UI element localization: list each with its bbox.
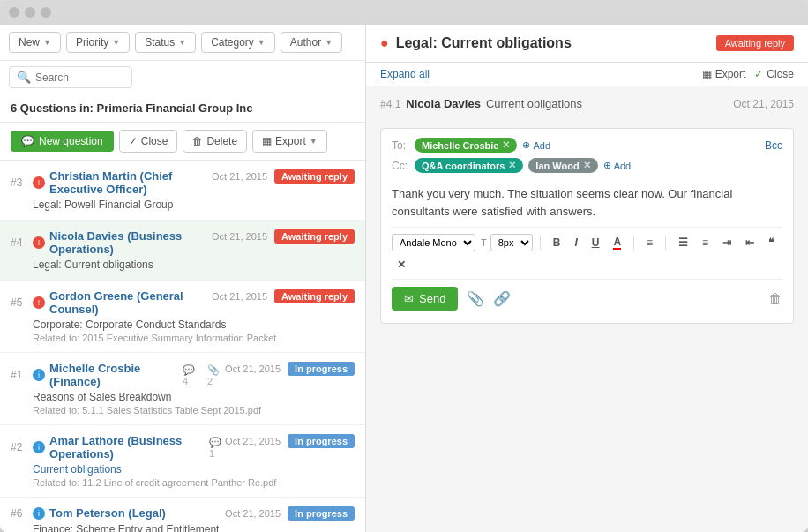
traffic-light-close[interactable] xyxy=(9,7,19,18)
align-btn[interactable]: ≡ xyxy=(641,234,658,251)
send-label: Send xyxy=(419,292,445,305)
link-icon[interactable]: 🔗 xyxy=(493,290,511,307)
status-filter-label: Status xyxy=(145,36,175,49)
status-dot: ! xyxy=(33,296,45,309)
question-num: #1 xyxy=(11,369,28,381)
question-date: Oct 21, 2015 xyxy=(212,171,267,182)
list-item[interactable]: #4 ! Nicola Davies (Business Operations)… xyxy=(0,221,365,281)
font-select[interactable]: Andale Mono xyxy=(392,234,475,251)
search-bar: 🔍 xyxy=(0,61,365,94)
outdent-btn[interactable]: ⇤ xyxy=(740,234,759,251)
to-add-btn[interactable]: ⊕ Add xyxy=(522,139,550,151)
font-color-btn[interactable]: A xyxy=(608,233,626,252)
to-tag: Michelle Crosbie ✕ xyxy=(415,138,517,153)
priority-filter-label: Priority xyxy=(76,36,108,49)
question-subject: Corporate: Corporate Conduct Standards xyxy=(33,318,355,331)
unordered-list-btn[interactable]: ≡ xyxy=(697,234,714,251)
italic-btn[interactable]: I xyxy=(569,234,582,251)
question-icons: 💬 4 📎 2 xyxy=(183,364,225,386)
bcc-link[interactable]: Bcc xyxy=(765,139,782,152)
question-meta: #4 ! Nicola Davies (Business Operations) xyxy=(11,229,212,256)
search-input[interactable] xyxy=(35,71,123,84)
new-filter-arrow: ▼ xyxy=(43,38,51,47)
alert-icon: ● xyxy=(380,35,389,51)
author-filter-btn[interactable]: Author ▼ xyxy=(281,32,342,53)
new-question-button[interactable]: 💬 New question xyxy=(11,131,114,152)
attach-area: 📎 🔗 xyxy=(467,290,511,307)
indent-btn[interactable]: ⇥ xyxy=(717,234,737,251)
question-meta: #5 ! Gordon Greene (General Counsel) xyxy=(11,289,212,316)
chat-icon: 💬 xyxy=(21,135,34,147)
right-actions: Awaiting reply xyxy=(716,35,794,51)
question-subject: Legal: Current obligations xyxy=(33,259,355,271)
export-toolbar-btn[interactable]: ▦ Export xyxy=(702,68,746,80)
priority-filter-btn[interactable]: Priority ▼ xyxy=(66,32,130,53)
question-date: Oct 21, 2015 xyxy=(225,508,281,519)
question-meta: #1 i Michelle Crosbie (Finance) 💬 4 📎 2 xyxy=(11,362,225,388)
question-related: Related to: 5.1.1 Sales Statistics Table… xyxy=(33,405,355,416)
cc-remove-icon-1[interactable]: ✕ xyxy=(508,160,516,171)
category-filter-btn[interactable]: Category ▼ xyxy=(201,32,275,53)
search-input-wrapper[interactable]: 🔍 xyxy=(9,66,132,88)
author-filter-label: Author xyxy=(290,36,321,49)
export-button[interactable]: ▦ Export ▼ xyxy=(252,130,327,153)
cc-label: Cc: xyxy=(392,160,409,172)
cc-row: Cc: Q&A coordinators ✕ Ian Wood ✕ ⊕ Add xyxy=(392,158,782,173)
app-window: New ▼ Priority ▼ Status ▼ Category ▼ Aut… xyxy=(0,0,808,532)
right-toolbar-right: ▦ Export ✓ Close xyxy=(702,68,794,80)
status-filter-btn[interactable]: Status ▼ xyxy=(135,32,196,53)
close-button[interactable]: ✓ Close xyxy=(119,130,178,153)
to-label: To: xyxy=(392,139,409,152)
cc-add-btn[interactable]: ⊕ Add xyxy=(603,160,632,171)
question-author: Michelle Crosbie (Finance) xyxy=(49,362,178,388)
cc-remove-icon-2[interactable]: ✕ xyxy=(583,160,591,171)
msg-date: Oct 21, 2015 xyxy=(733,98,794,110)
plus-icon: ⊕ xyxy=(603,160,611,171)
question-date: Oct 21, 2015 xyxy=(212,231,267,242)
status-badge: In progress xyxy=(288,506,355,521)
question-related: Related to: 11.2 Line of credit agreemen… xyxy=(33,477,355,488)
category-arrow: ▼ xyxy=(258,38,266,47)
to-remove-icon[interactable]: ✕ xyxy=(502,139,510,151)
status-dot: i xyxy=(33,369,45,381)
plus-icon: ⊕ xyxy=(522,139,530,151)
toolbar-divider xyxy=(665,236,666,250)
message-header: #4.1 Nicola Davies Current obligations O… xyxy=(380,97,794,110)
question-header: #5 ! Gordon Greene (General Counsel) Oct… xyxy=(11,289,355,316)
attach-icon: 📎 2 xyxy=(207,364,225,386)
send-button[interactable]: ✉ Send xyxy=(392,287,458,311)
search-icon: 🔍 xyxy=(17,71,31,84)
compose-toolbar: Andale Mono T 8px B I U A ≡ xyxy=(392,227,782,280)
question-header: #3 ! Christian Martin (Chief Executive O… xyxy=(11,169,355,196)
ordered-list-btn[interactable]: ☰ xyxy=(673,234,693,251)
message-body: Thank you very much. The situation seems… xyxy=(392,178,782,227)
question-author: Tom Peterson (Legal) xyxy=(49,506,166,520)
status-dot: ! xyxy=(33,236,45,249)
list-item[interactable]: #2 i Amar Lathore (Business Operations) … xyxy=(0,425,365,498)
paperclip-icon[interactable]: 📎 xyxy=(467,290,484,307)
delete-compose-icon[interactable]: 🗑 xyxy=(768,291,782,307)
bold-btn[interactable]: B xyxy=(548,234,566,251)
traffic-light-max[interactable] xyxy=(41,7,51,18)
underline-btn[interactable]: U xyxy=(587,234,605,251)
traffic-light-min[interactable] xyxy=(25,7,35,18)
remove-format-btn[interactable]: ✕ xyxy=(392,256,411,273)
expand-all-link[interactable]: Expand all xyxy=(380,68,430,80)
question-date: Oct 21, 2015 xyxy=(212,291,267,302)
cc-name-1: Q&A coordinators xyxy=(422,161,505,171)
list-item[interactable]: #6 i Tom Peterson (Legal) Oct 21, 2015 I… xyxy=(0,498,365,532)
close-toolbar-btn[interactable]: ✓ Close xyxy=(754,68,794,80)
blockquote-btn[interactable]: ❝ xyxy=(763,234,779,251)
right-toolbar: Expand all ▦ Export ✓ Close xyxy=(366,63,808,86)
status-badge: Awaiting reply xyxy=(274,169,355,184)
list-item[interactable]: #1 i Michelle Crosbie (Finance) 💬 4 📎 2 … xyxy=(0,353,365,425)
new-filter-btn[interactable]: New ▼ xyxy=(9,32,61,53)
toolbar-divider xyxy=(540,236,541,250)
add-label: Add xyxy=(533,140,550,151)
question-header: #2 i Amar Lathore (Business Operations) … xyxy=(11,434,355,461)
font-size-select[interactable]: 8px xyxy=(490,234,533,251)
right-title: ● Legal: Current obligations xyxy=(380,35,572,51)
delete-button[interactable]: 🗑 Delete xyxy=(183,130,247,153)
list-item[interactable]: #3 ! Christian Martin (Chief Executive O… xyxy=(0,161,365,221)
list-item[interactable]: #5 ! Gordon Greene (General Counsel) Oct… xyxy=(0,281,365,353)
